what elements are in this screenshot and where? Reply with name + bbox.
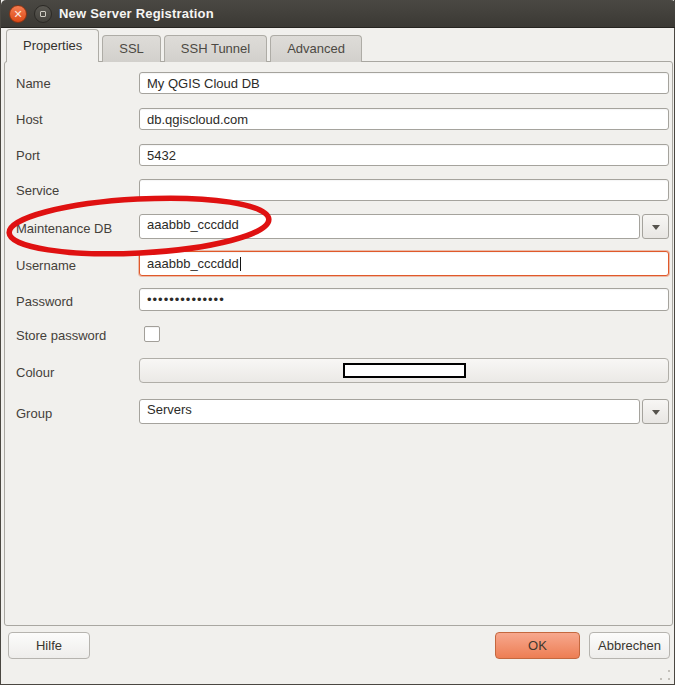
password-input[interactable] [139,288,669,311]
name-label: Name [16,76,51,91]
username-input[interactable]: aaabbb_cccddd [139,251,669,276]
colour-swatch [343,363,466,378]
tab-bar: Properties SSL SSH Tunnel Advanced [6,30,365,62]
text-cursor [240,257,241,271]
service-input[interactable] [139,179,669,201]
titlebar[interactable]: ✕ New Server Registration [1,0,675,28]
help-button[interactable]: Hilfe [8,632,90,659]
maintenance-db-value[interactable]: aaabbb_cccddd [139,214,640,239]
service-label: Service [16,183,59,198]
colour-label: Colour [16,365,54,380]
host-label: Host [16,112,43,127]
colour-picker-button[interactable] [139,358,669,383]
resize-grip[interactable] [668,678,670,680]
group-label: Group [16,406,52,421]
properties-tab-panel: Name Host Port Service Maintenance DB aa… [4,61,673,626]
host-input[interactable] [139,108,669,130]
cancel-button[interactable]: Abbrechen [589,632,670,659]
store-password-checkbox[interactable] [144,326,160,342]
store-password-label: Store password [16,328,106,343]
close-icon[interactable]: ✕ [9,5,27,23]
maintenance-db-combobox[interactable]: aaabbb_cccddd [139,214,669,239]
password-label: Password [16,294,73,309]
window-title: New Server Registration [59,6,214,21]
maintenance-db-dropdown-button[interactable] [642,214,669,239]
maximize-icon[interactable] [34,5,52,23]
port-input[interactable] [139,144,669,166]
maximize-square-glyph [40,11,46,17]
chevron-down-icon [652,410,660,415]
group-dropdown-button[interactable] [642,399,669,424]
username-value: aaabbb_cccddd [147,256,239,271]
port-label: Port [16,148,40,163]
dialog-new-server-registration: ✕ New Server Registration Properties SSL… [0,0,675,685]
tab-properties[interactable]: Properties [6,29,99,62]
group-value[interactable]: Servers [139,399,640,424]
name-input[interactable] [139,72,669,94]
ok-button[interactable]: OK [495,632,580,659]
chevron-down-icon [652,225,660,230]
tab-ssh-tunnel[interactable]: SSH Tunnel [164,35,267,62]
tab-advanced[interactable]: Advanced [270,35,362,62]
group-combobox[interactable]: Servers [139,399,669,424]
maintenance-db-label: Maintenance DB [16,221,112,236]
username-label: Username [16,258,76,273]
tab-ssl[interactable]: SSL [102,35,161,62]
